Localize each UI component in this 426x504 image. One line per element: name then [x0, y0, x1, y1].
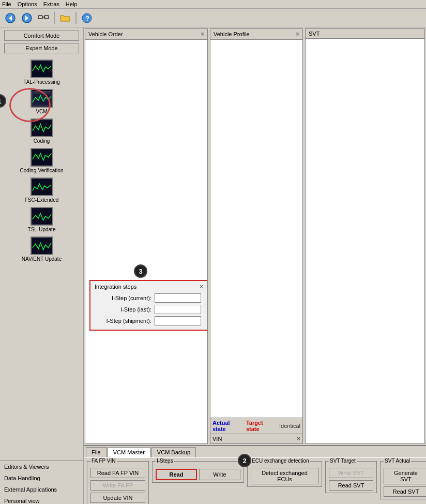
isteps-wrapper: 2 I-Steps Read Write [152, 461, 244, 483]
update-vin-button[interactable]: Update VIN [90, 493, 145, 503]
read-svt-actual-button[interactable]: Read SVT [384, 486, 426, 497]
svt-target-title: SVT Target [329, 458, 357, 464]
coding-verification-icon [31, 148, 53, 167]
folder-button[interactable] [58, 11, 72, 25]
coding-verification-label: Coding-Verification [20, 168, 64, 173]
nav-ent-update-icon [31, 236, 53, 255]
ecu-exchange-content: Detect exchanged ECUs [251, 468, 318, 484]
svg-rect-13 [33, 93, 50, 94]
isteps-group: I-Steps Read Write [152, 461, 244, 483]
tab-bar: File VCM Master VCM Backup [84, 446, 426, 457]
tab-vcm-master[interactable]: VCM Master [108, 447, 150, 457]
generate-svt-button[interactable]: Generate SVT [384, 468, 426, 484]
svg-rect-4 [38, 16, 42, 19]
sidebar-item-tsl-update[interactable]: TSL-Update [0, 205, 83, 234]
sidebar-item-coding-verification[interactable]: Coding-Verification [0, 146, 83, 175]
vehicle-profile-panel: Vehicle Profile × Actual state Target st… [210, 28, 303, 444]
vehicle-order-close[interactable]: × [201, 31, 204, 38]
menubar: File Options Extras Help [0, 0, 426, 9]
read-button[interactable]: Read [156, 469, 197, 480]
sidebar: Comfort Mode Expert Mode TAL-Processing … [0, 27, 84, 504]
nav-ent-update-label: NAV/ENT Update [22, 256, 62, 262]
svt-actual-content: Generate SVT Read SVT [384, 468, 426, 497]
write-button[interactable]: Write [199, 469, 240, 480]
tal-processing-label: TAL-Processing [23, 79, 59, 85]
vehicle-profile-body [210, 40, 302, 418]
badge-2: 2 [238, 454, 251, 467]
write-fa-fp-button[interactable]: Write FA FP [90, 480, 145, 491]
expert-mode-button[interactable]: Expert Mode [4, 43, 79, 53]
menu-file[interactable]: File [2, 1, 11, 7]
identical-state-label: Identical [279, 423, 300, 429]
menu-help[interactable]: Help [66, 1, 78, 7]
sidebar-item-fsc-extended[interactable]: FSC-Extended [0, 175, 83, 205]
sidebar-item-nav-ent-update[interactable]: NAV/ENT Update [0, 234, 83, 264]
isteps-buttons: Read Write [156, 469, 240, 480]
write-svt-button[interactable]: Write SVT [329, 468, 373, 478]
vin-panel: VIN × [210, 434, 302, 443]
toolbar-separator [54, 12, 55, 24]
state-labels-bar: Actual state Target state Identical [210, 418, 302, 434]
vcm-icon [31, 89, 53, 108]
read-svt-target-button[interactable]: Read SVT [329, 480, 373, 491]
coding-label: Coding [34, 138, 50, 144]
sidebar-item-coding[interactable]: Coding [0, 116, 83, 146]
tsl-update-icon [31, 207, 53, 226]
content-area: Vehicle Order × 3 Integration steps × [84, 27, 426, 504]
tal-processing-icon [31, 60, 53, 78]
main-layout: Comfort Mode Expert Mode TAL-Processing … [0, 27, 426, 504]
tsl-update-label: TSL-Update [28, 227, 56, 232]
network-button[interactable] [36, 11, 51, 25]
istep-last-row: I-Step (last): [95, 305, 203, 314]
svt-target-group: SVT Target Write SVT Read SVT [325, 461, 377, 493]
integration-steps-label: Integration steps [95, 284, 136, 290]
vehicle-order-body: 3 Integration steps × I-Step (current): [85, 40, 207, 443]
actual-state-label: Actual state [212, 420, 243, 432]
svt-header: SVT [306, 29, 424, 39]
svt-actual-group: SVT Actual Generate SVT Read SVT [380, 461, 426, 499]
forward-button[interactable] [20, 11, 34, 25]
personal-view-button[interactable]: Personal view [0, 495, 83, 504]
read-fa-fp-vin-button[interactable]: Read FA FP VIN [90, 468, 145, 478]
badge-3: 3 [134, 264, 147, 278]
integration-steps-box: Integration steps × I-Step (current): I-… [89, 280, 207, 331]
coding-icon [31, 118, 53, 137]
svt-panel: SVT [305, 28, 425, 444]
istep-shipment-label: I-Step (shipment): [95, 318, 151, 324]
vin-close[interactable]: × [297, 435, 300, 442]
editors-viewers-button[interactable]: Editors & Viewers [0, 461, 83, 472]
vcm-wrapper: 1 VCM [0, 87, 83, 116]
fsc-extended-label: FSC-Extended [25, 197, 59, 203]
istep-last-input[interactable] [155, 305, 201, 314]
integration-steps-close[interactable]: × [200, 283, 203, 290]
fsc-extended-icon [31, 177, 53, 196]
toolbar: ? [0, 9, 426, 27]
external-applications-button[interactable]: External Applications [0, 484, 83, 495]
vcm-label: VCM [36, 109, 47, 114]
tab-vcm-backup[interactable]: VCM Backup [151, 447, 196, 457]
isteps-title: I-Steps [156, 458, 174, 464]
istep-shipment-input[interactable] [155, 316, 201, 325]
fa-fp-vin-content: Read FA FP VIN Write FA FP Update VIN [90, 468, 145, 503]
tab-file[interactable]: File [86, 447, 106, 457]
vcm-master-content: FA FP VIN Read FA FP VIN Write FA FP Upd… [84, 457, 426, 504]
data-handling-button[interactable]: Data Handling [0, 472, 83, 484]
bottom-tab-area: File VCM Master VCM Backup FA FP VIN Rea… [84, 445, 426, 504]
vehicle-profile-close[interactable]: × [296, 31, 299, 38]
istep-current-input[interactable] [155, 293, 201, 303]
back-button[interactable] [3, 11, 18, 25]
svt-title: SVT [309, 31, 320, 37]
istep-last-label: I-Step (last): [95, 306, 151, 313]
integration-steps-wrapper: 3 Integration steps × I-Step (current): [87, 280, 205, 331]
integration-steps-title: Integration steps × [95, 283, 203, 290]
target-state-label: Target state [246, 420, 276, 432]
menu-extras[interactable]: Extras [43, 1, 59, 7]
detect-exchanged-ecus-button[interactable]: Detect exchanged ECUs [251, 468, 318, 484]
fa-fp-vin-title: FA FP VIN [90, 458, 117, 464]
help-button[interactable]: ? [80, 11, 94, 25]
menu-options[interactable]: Options [18, 1, 37, 7]
comfort-mode-button[interactable]: Comfort Mode [4, 31, 79, 41]
sidebar-item-tal-processing[interactable]: TAL-Processing [0, 57, 83, 87]
top-panels-row: Vehicle Order × 3 Integration steps × [84, 27, 426, 445]
sidebar-item-vcm[interactable]: VCM [0, 87, 83, 116]
